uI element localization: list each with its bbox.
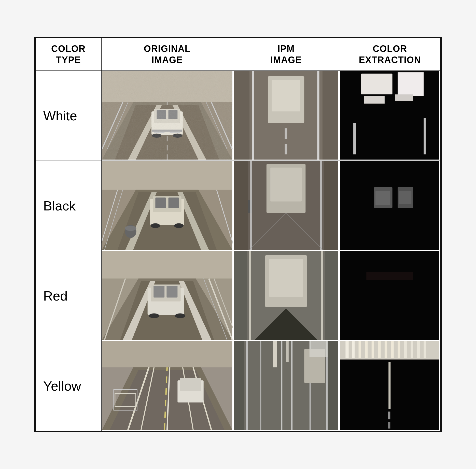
table-row-yellow: Yellow bbox=[35, 341, 441, 431]
svg-rect-116 bbox=[260, 341, 261, 430]
svg-rect-36 bbox=[364, 96, 385, 104]
svg-rect-99 bbox=[102, 341, 232, 367]
black-original-svg bbox=[102, 161, 233, 250]
svg-rect-70 bbox=[399, 191, 411, 204]
svg-rect-25 bbox=[252, 71, 254, 160]
svg-rect-141 bbox=[424, 341, 426, 358]
svg-rect-91 bbox=[249, 251, 251, 340]
ipm-image-white bbox=[233, 71, 339, 161]
svg-rect-118 bbox=[291, 341, 292, 430]
svg-point-82 bbox=[175, 313, 185, 318]
svg-rect-92 bbox=[321, 251, 323, 340]
white-ipm-svg bbox=[233, 71, 339, 160]
ipm-image-yellow bbox=[233, 341, 339, 431]
svg-rect-32 bbox=[361, 74, 393, 94]
svg-rect-136 bbox=[391, 341, 394, 358]
white-extraction-svg bbox=[339, 71, 440, 160]
ipm-image-red bbox=[233, 251, 339, 341]
extraction-image-yellow bbox=[339, 341, 441, 431]
svg-rect-133 bbox=[372, 341, 374, 358]
svg-rect-39 bbox=[102, 161, 232, 190]
svg-rect-126 bbox=[328, 341, 338, 430]
yellow-original-svg bbox=[102, 341, 233, 430]
extraction-image-white bbox=[339, 71, 441, 161]
svg-rect-60 bbox=[250, 161, 252, 250]
svg-rect-109 bbox=[180, 378, 201, 391]
header-color-type: COLOR TYPE bbox=[35, 38, 101, 70]
svg-point-48 bbox=[151, 223, 160, 228]
svg-rect-143 bbox=[388, 411, 390, 419]
svg-rect-29 bbox=[234, 71, 249, 160]
svg-rect-28 bbox=[285, 144, 287, 154]
table-row-red: Red bbox=[35, 251, 441, 341]
original-image-white bbox=[101, 71, 233, 161]
svg-rect-96 bbox=[340, 251, 439, 340]
svg-rect-95 bbox=[325, 251, 338, 340]
svg-rect-132 bbox=[365, 341, 368, 358]
svg-rect-34 bbox=[353, 123, 356, 154]
svg-rect-58 bbox=[270, 167, 302, 201]
svg-rect-97 bbox=[367, 272, 413, 280]
svg-rect-46 bbox=[156, 197, 166, 208]
extraction-image-red bbox=[339, 251, 441, 341]
color-label-red: Red bbox=[35, 251, 101, 341]
table-header-row: COLOR TYPE ORIGINAL IMAGE IPM IMAGE COLO… bbox=[35, 38, 441, 70]
comparison-table-wrapper: COLOR TYPE ORIGINAL IMAGE IPM IMAGE COLO… bbox=[34, 37, 442, 432]
black-extraction-svg bbox=[339, 161, 440, 250]
header-ipm-image: IPM IMAGE bbox=[233, 38, 339, 70]
white-original-svg bbox=[102, 71, 233, 160]
svg-rect-115 bbox=[246, 341, 248, 430]
color-label-black: Black bbox=[35, 161, 101, 251]
yellow-extraction-svg bbox=[339, 341, 440, 430]
original-image-red bbox=[101, 251, 233, 341]
table-row-white: White bbox=[35, 71, 441, 161]
color-comparison-table: COLOR TYPE ORIGINAL IMAGE IPM IMAGE COLO… bbox=[35, 38, 441, 431]
svg-rect-122 bbox=[273, 341, 277, 367]
svg-rect-62 bbox=[234, 161, 248, 250]
svg-point-81 bbox=[149, 313, 159, 318]
svg-rect-24 bbox=[272, 80, 300, 111]
svg-rect-20 bbox=[102, 71, 232, 160]
svg-rect-125 bbox=[234, 341, 244, 430]
svg-rect-27 bbox=[285, 128, 287, 139]
svg-rect-30 bbox=[323, 71, 338, 160]
svg-point-49 bbox=[174, 223, 184, 228]
svg-rect-134 bbox=[378, 341, 381, 358]
svg-rect-61 bbox=[320, 161, 322, 250]
ipm-image-black bbox=[233, 161, 339, 251]
svg-rect-129 bbox=[346, 341, 349, 358]
svg-rect-139 bbox=[411, 341, 413, 358]
svg-rect-117 bbox=[281, 341, 282, 430]
yellow-ipm-svg bbox=[233, 341, 339, 430]
svg-rect-138 bbox=[404, 341, 407, 358]
svg-rect-137 bbox=[398, 341, 400, 358]
table-row-black: Black bbox=[35, 161, 441, 251]
svg-rect-144 bbox=[388, 422, 390, 429]
svg-rect-72 bbox=[102, 251, 232, 278]
original-image-black bbox=[101, 161, 233, 251]
svg-rect-140 bbox=[417, 341, 420, 358]
red-original-svg bbox=[102, 251, 233, 340]
svg-rect-90 bbox=[269, 259, 303, 296]
header-color-extraction: COLOR EXTRACTION bbox=[339, 38, 441, 70]
svg-rect-79 bbox=[153, 286, 164, 297]
color-label-yellow: Yellow bbox=[35, 341, 101, 431]
svg-rect-33 bbox=[398, 72, 424, 96]
svg-rect-124 bbox=[310, 341, 328, 357]
svg-rect-94 bbox=[234, 251, 247, 340]
svg-rect-135 bbox=[385, 341, 387, 358]
header-original-image: ORIGINAL IMAGE bbox=[101, 38, 233, 70]
svg-rect-63 bbox=[324, 161, 338, 250]
red-ipm-svg bbox=[233, 251, 339, 340]
page-container: COLOR TYPE ORIGINAL IMAGE IPM IMAGE COLO… bbox=[0, 0, 476, 469]
svg-rect-35 bbox=[424, 118, 426, 154]
color-label-white: White bbox=[35, 71, 101, 161]
red-extraction-svg bbox=[339, 251, 440, 340]
svg-rect-69 bbox=[375, 191, 390, 205]
svg-point-51 bbox=[125, 226, 136, 231]
svg-rect-26 bbox=[317, 71, 319, 160]
svg-rect-80 bbox=[167, 286, 178, 297]
black-ipm-svg bbox=[233, 161, 339, 250]
svg-rect-123 bbox=[286, 341, 289, 362]
svg-rect-47 bbox=[169, 197, 179, 208]
